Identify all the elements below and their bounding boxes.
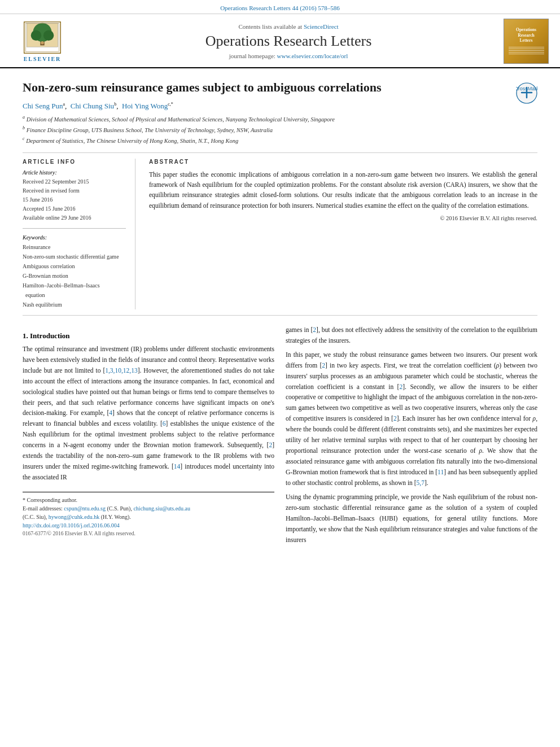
intro-paragraph-2: games in [2], but does not effectively a… — [286, 325, 537, 346]
journal-main-title: Operations Research Letters — [73, 32, 504, 50]
keyword-2: Non-zero-sum stochastic differential gam… — [23, 252, 126, 261]
homepage-url[interactable]: www.elsevier.com/locate/orl — [277, 53, 348, 59]
affiliation-a: a Division of Mathematical Sciences, Sch… — [23, 114, 537, 124]
intro-paragraph-3: In this paper, we study the robust reins… — [286, 350, 537, 489]
section1-number: 1. — [23, 331, 28, 340]
ref-11[interactable]: 11 — [438, 469, 444, 475]
elsevier-logo: ELSEVIER — [11, 21, 73, 62]
page: Operations Research Letters 44 (2016) 57… — [0, 0, 560, 560]
author-pun[interactable]: Chi Seng Pun — [23, 102, 63, 110]
ref-57[interactable]: 5,7 — [417, 479, 425, 486]
info-abstract-columns: Article Info Article history: Received 2… — [23, 159, 537, 309]
affiliation-c: c Department of Statistics, The Chinese … — [23, 136, 537, 145]
info-divider — [23, 228, 126, 229]
author-siu[interactable]: Chi Chung Siu — [71, 102, 114, 110]
body-left-column: 1. Introduction The optimal reinsurance … — [23, 325, 274, 549]
doi-link[interactable]: http://dx.doi.org/10.1016/j.orl.2016.06.… — [23, 522, 120, 528]
keyword-1: Reinsurance — [23, 242, 126, 252]
copyright-line: © 2016 Elsevier B.V. All rights reserved… — [149, 215, 537, 221]
footnotes: * Corresponding author. E-mail addresses… — [23, 492, 274, 538]
journal-ref-text: Operations Research Letters 44 (2016) 57… — [220, 5, 340, 11]
sciencedirect-line: Contents lists available at ScienceDirec… — [73, 23, 504, 30]
article-title: Non-zero-sum reinsurance games subject t… — [23, 80, 537, 96]
crossmark-icon: CrossMark — [516, 82, 537, 104]
sciencedirect-link[interactable]: ScienceDirect — [304, 23, 339, 30]
homepage-prefix: journal homepage: — [229, 53, 277, 59]
authors-line: Chi Seng Puna, Chi Chung Siub, Hoi Ying … — [23, 102, 537, 111]
ref-2c[interactable]: 2 — [322, 362, 325, 369]
keywords-section: Keywords: Reinsurance Non-zero-sum stoch… — [23, 234, 126, 309]
ref-2b[interactable]: 2 — [313, 326, 316, 333]
svg-point-4 — [43, 30, 54, 40]
affiliation-b: b Finance Discipline Group, UTS Business… — [23, 125, 537, 134]
elsevier-wordmark: ELSEVIER — [24, 56, 62, 62]
footnote-emails: E-mail addresses: cspun@ntu.edu.sg (C.S.… — [23, 504, 274, 521]
ref-14[interactable]: 14 — [174, 463, 181, 470]
email-pun[interactable]: cspun@ntu.edu.sg — [64, 505, 106, 512]
author-wong[interactable]: Hoi Ying Wong — [122, 102, 168, 110]
section1-title: Introduction — [30, 331, 70, 340]
body-right-column: games in [2], but does not effectively a… — [286, 325, 537, 549]
article-area: CrossMark Non-zero-sum reinsurance games… — [0, 68, 560, 560]
available-date: Available online 29 June 2016 — [23, 213, 126, 222]
ref-1[interactable]: 1,3,10,12,13 — [105, 367, 138, 374]
header-divider — [23, 152, 537, 153]
article-history: Article history: Received 22 September 2… — [23, 169, 126, 222]
article-info-column: Article Info Article history: Received 2… — [23, 159, 135, 309]
keywords-title: Keywords: — [23, 234, 126, 241]
svg-point-3 — [31, 30, 41, 40]
intro-paragraph-1: The optimal reinsurance and investment (… — [23, 344, 274, 483]
keyword-6: Nash equilibrium — [23, 300, 126, 309]
abstract-title: Abstract — [149, 159, 537, 165]
footnote-star: * Corresponding author. — [23, 496, 274, 504]
cover-title: OperationsResearchLetters — [516, 27, 536, 43]
doi-line: http://dx.doi.org/10.1016/j.orl.2016.06.… — [23, 521, 274, 530]
keyword-3: Ambiguous correlation — [23, 261, 126, 271]
keyword-4: G-Brownian motion — [23, 271, 126, 281]
article-info-title: Article Info — [23, 159, 126, 165]
crossmark-badge[interactable]: CrossMark — [516, 82, 537, 106]
history-title: Article history: — [23, 169, 126, 176]
article-body: 1. Introduction The optimal reinsurance … — [23, 325, 537, 549]
journal-header: ELSEVIER Contents lists available at Sci… — [0, 14, 560, 68]
revised-date: Received in revised form15 June 2016 — [23, 186, 126, 204]
svg-point-5 — [41, 41, 44, 45]
ref-2e[interactable]: 2 — [393, 415, 397, 422]
issn-line: 0167-6377/© 2016 Elsevier B.V. All right… — [23, 530, 274, 538]
ref-2a[interactable]: 2 — [269, 442, 272, 448]
ref-6[interactable]: 6 — [163, 420, 166, 427]
received-date: Received 22 September 2015 — [23, 177, 126, 186]
email-wong[interactable]: hywong@cuhk.edu.hk — [49, 514, 99, 520]
body-divider — [23, 315, 537, 316]
section1-heading: 1. Introduction — [23, 331, 274, 340]
homepage-line: journal homepage: www.elsevier.com/locat… — [73, 53, 504, 59]
accepted-date: Accepted 15 June 2016 — [23, 204, 126, 213]
keyword-5: Hamilton–Jacobi–Bellman–Isaacs equation — [23, 281, 126, 300]
journal-reference-bar: Operations Research Letters 44 (2016) 57… — [0, 0, 560, 14]
abstract-text: This paper studies the economic implicat… — [149, 169, 537, 211]
ref-4[interactable]: 4 — [109, 409, 112, 416]
elsevier-tree-icon — [20, 21, 65, 55]
journal-cover-thumbnail: OperationsResearchLetters — [504, 19, 549, 64]
intro-paragraph-4: Using the dynamic programming principle,… — [286, 492, 537, 545]
abstract-column: Abstract This paper studies the economic… — [149, 159, 537, 309]
journal-title-area: Contents lists available at ScienceDirec… — [73, 23, 504, 59]
contents-prefix: Contents lists available at — [238, 23, 303, 30]
email-siu[interactable]: chichung.siu@uts.edu.au — [133, 505, 190, 512]
ref-2d[interactable]: 2 — [399, 383, 403, 390]
affiliations: a Division of Mathematical Sciences, Sch… — [23, 114, 537, 146]
cover-decoration — [509, 46, 544, 55]
